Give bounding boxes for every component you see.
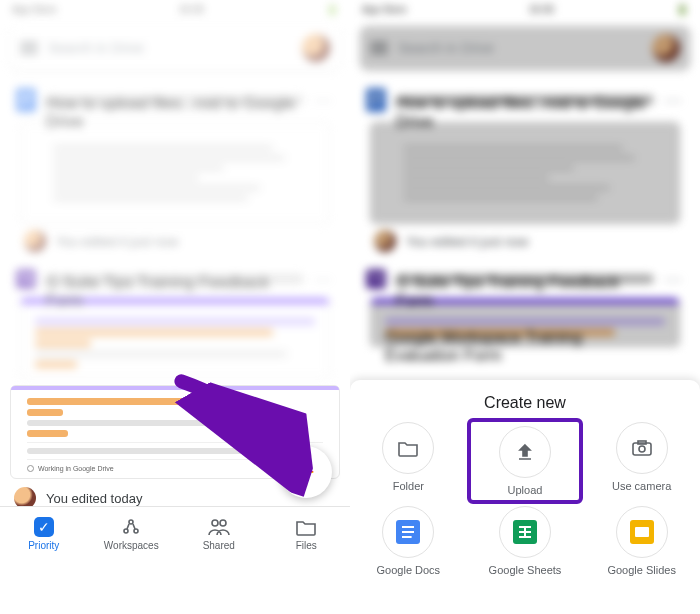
google-form-icon	[16, 269, 36, 289]
option-label: Use camera	[612, 480, 671, 492]
option-label: Google Docs	[377, 564, 441, 576]
svg-point-0	[129, 520, 133, 524]
search-bar: Search in Drive	[360, 26, 690, 70]
option-label: Upload	[508, 484, 543, 496]
google-slides-icon	[630, 520, 654, 544]
option-label: Google Slides	[607, 564, 676, 576]
file-header-doc[interactable]: How to upload files...roid to Google Dri…	[10, 82, 340, 118]
camera-icon	[616, 422, 668, 474]
google-docs-icon	[396, 520, 420, 544]
workspaces-icon	[120, 516, 142, 538]
fab-create[interactable]: +	[280, 446, 332, 498]
option-google-slides[interactable]: Google Slides	[588, 506, 696, 576]
nav-shared[interactable]: Shared	[175, 507, 263, 560]
file-title: How to upload files...roid to Google Dri…	[46, 95, 304, 105]
nav-priority[interactable]: ✓ Priority	[0, 507, 88, 560]
svg-point-3	[212, 520, 218, 526]
file-header-form[interactable]: G Suite Tips Training Feedback Form ⋯	[10, 262, 340, 296]
nav-label: Files	[296, 540, 317, 551]
avatar	[24, 230, 46, 252]
nav-label: Priority	[28, 540, 59, 551]
option-upload[interactable]: Upload	[471, 422, 579, 500]
status-left: App Store	[12, 4, 56, 16]
option-label: Folder	[393, 480, 424, 492]
nav-label: Workspaces	[104, 540, 159, 551]
svg-point-6	[639, 446, 645, 452]
svg-point-1	[124, 529, 128, 533]
option-camera[interactable]: Use camera	[588, 422, 696, 500]
status-right: 🔋	[326, 4, 338, 16]
option-label: Google Sheets	[489, 564, 562, 576]
google-doc-icon	[16, 88, 36, 112]
file-title: G Suite Tips Training Feedback Form	[46, 274, 304, 284]
nav-label: Shared	[203, 540, 235, 551]
file-preview[interactable]	[20, 122, 330, 224]
edit-info: You edited it just now	[10, 224, 340, 262]
nav-files[interactable]: Files	[263, 507, 351, 560]
status-bar: App Store 16:30 🔋	[350, 0, 700, 20]
edit-today-text: You edited today	[46, 491, 142, 506]
option-google-docs[interactable]: Google Docs	[354, 506, 462, 576]
create-new-sheet: Create new Folder Upload	[350, 380, 700, 614]
shared-icon	[208, 516, 230, 538]
upload-icon	[499, 426, 551, 478]
plus-icon: +	[297, 457, 315, 487]
radio-icon	[27, 465, 34, 472]
more-icon[interactable]: ⋯	[314, 89, 334, 111]
avatar[interactable]	[302, 34, 330, 62]
status-time: 16:30	[179, 4, 204, 16]
sheet-title: Create new	[350, 394, 700, 412]
svg-point-2	[134, 529, 138, 533]
folder-icon	[382, 422, 434, 474]
svg-point-4	[220, 520, 226, 526]
files-icon	[295, 516, 317, 538]
search-bar[interactable]: Search in Drive	[10, 26, 340, 70]
form-preview[interactable]	[20, 298, 330, 379]
working-note: Working in Google Drive	[27, 465, 323, 472]
nav-workspaces[interactable]: Workspaces	[88, 507, 176, 560]
search-input[interactable]: Search in Drive	[48, 40, 292, 56]
option-google-sheets[interactable]: Google Sheets	[471, 506, 579, 576]
bottom-nav: ✓ Priority Workspaces Shared	[0, 506, 350, 560]
menu-icon[interactable]	[20, 42, 38, 54]
edit-text: You edited it just now	[56, 234, 178, 249]
priority-icon: ✓	[34, 517, 54, 537]
avatar	[652, 34, 680, 62]
google-sheets-icon	[513, 520, 537, 544]
more-icon[interactable]: ⋯	[314, 268, 334, 290]
option-folder[interactable]: Folder	[354, 422, 462, 500]
status-bar: App Store 16:30 🔋	[0, 0, 350, 20]
